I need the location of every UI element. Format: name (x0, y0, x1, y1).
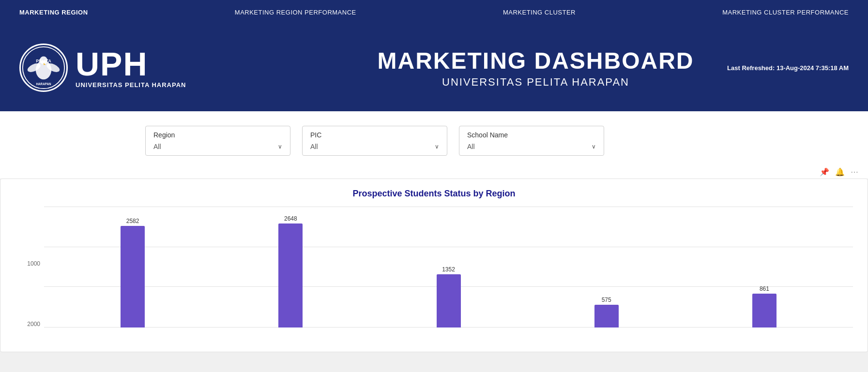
school-name-filter-label: School Name (467, 131, 596, 139)
chart-inner: 2582 2648 1352 575 861 (44, 207, 853, 327)
nav-item-marketing-cluster-performance[interactable]: MARKETING CLUSTER PERFORMANCE (722, 9, 849, 16)
bar-0 (121, 226, 145, 327)
pic-chevron-down-icon: ∨ (435, 143, 439, 150)
pic-filter-select[interactable]: All ∨ (310, 143, 439, 150)
logo-text: UPH UNIVERSITAS PELITA HARAPAN (76, 47, 186, 89)
bars-row: 2582 2648 1352 575 861 (44, 215, 853, 327)
region-filter-value: All (153, 143, 161, 150)
bar-3 (594, 305, 619, 327)
nav-item-marketing-region[interactable]: MARKETING REGION (19, 9, 88, 16)
chart-actions-bar: 📌 🔔 ⋯ (0, 165, 868, 179)
bar-group-0: 2582 (54, 218, 212, 327)
school-name-chevron-down-icon: ∨ (592, 143, 596, 150)
y-axis: 2000 1000 (15, 207, 44, 327)
pic-filter-value: All (310, 143, 318, 150)
grid-line-top (44, 207, 853, 207)
chart-section: Prospective Students Status by Region 20… (0, 179, 868, 352)
pic-filter-label: PIC (310, 131, 439, 139)
uph-initials: UPH (76, 47, 186, 80)
bar-value-4: 861 (760, 285, 769, 292)
logo-area: PELITA HARAPAN UPH UNIVERSITAS PELITA HA… (19, 44, 223, 92)
bar-2 (437, 274, 461, 327)
svg-text:HARAPAN: HARAPAN (36, 82, 51, 86)
region-filter-select[interactable]: All ∨ (153, 143, 282, 150)
pic-filter[interactable]: PIC All ∨ (302, 126, 447, 156)
pin-icon[interactable]: 📌 (820, 167, 829, 177)
chart-title: Prospective Students Status by Region (15, 184, 853, 199)
university-name-logo: UNIVERSITAS PELITA HARAPAN (76, 81, 186, 89)
bar-group-1: 2648 (212, 215, 369, 327)
school-name-filter-value: All (467, 143, 475, 150)
bar-4 (752, 294, 777, 327)
bell-icon[interactable]: 🔔 (835, 167, 845, 177)
more-options-icon[interactable]: ⋯ (851, 167, 858, 177)
hero-banner: PELITA HARAPAN UPH UNIVERSITAS PELITA HA… (0, 24, 868, 111)
nav-item-marketing-cluster[interactable]: MARKETING CLUSTER (503, 9, 576, 16)
nav-item-marketing-region-performance[interactable]: MARKETING REGION PERFORMANCE (235, 9, 356, 16)
region-chevron-down-icon: ∨ (278, 143, 282, 150)
bar-value-3: 575 (602, 297, 611, 303)
uph-logo-circle: PELITA HARAPAN (19, 44, 68, 92)
bar-value-1: 2648 (284, 215, 297, 222)
school-name-filter-select[interactable]: All ∨ (467, 143, 596, 150)
region-filter[interactable]: Region All ∨ (145, 126, 290, 156)
bar-value-0: 2582 (126, 218, 139, 224)
bar-group-3: 575 (528, 297, 685, 327)
y-label-1000: 1000 (15, 260, 44, 267)
last-refreshed: Last Refreshed: 13-Aug-2024 7:35:18 AM (727, 64, 849, 72)
filter-section: Region All ∨ PIC All ∨ School Name All ∨ (0, 111, 868, 165)
top-navigation: MARKETING REGION MARKETING REGION PERFOR… (0, 0, 868, 24)
bar-1 (278, 223, 303, 327)
bar-group-4: 861 (685, 285, 843, 327)
chart-container: 2000 1000 2582 2648 (15, 207, 853, 342)
bar-group-2: 1352 (369, 266, 527, 327)
dashboard-subtitle: UNIVERSITAS PELITA HARAPAN (223, 76, 849, 89)
school-name-filter[interactable]: School Name All ∨ (459, 126, 604, 156)
region-filter-label: Region (153, 131, 282, 139)
y-label-2000: 2000 (15, 321, 44, 327)
bar-value-2: 1352 (442, 266, 455, 273)
